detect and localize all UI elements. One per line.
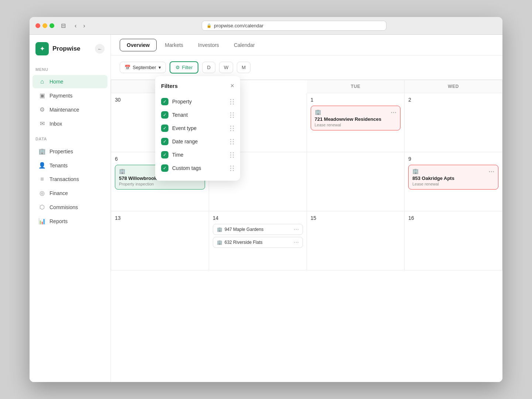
filter-button[interactable]: ⚙ Filter — [170, 61, 199, 74]
sidebar-item-maintenance[interactable]: ⚙ Maintenance — [33, 103, 108, 116]
back-button[interactable]: ‹ — [72, 22, 79, 30]
sidebar-label-properties: Properties — [50, 149, 73, 154]
view-week-button[interactable]: W — [219, 62, 233, 73]
sidebar-item-home[interactable]: ⌂ Home — [33, 75, 108, 88]
sidebar-item-finance[interactable]: ◎ Finance — [33, 186, 108, 200]
sidebar-item-transactions[interactable]: ≡ Transactions — [33, 173, 108, 186]
building-icon-willowbrook: 🏢 — [119, 168, 125, 174]
cal-cell-15: 15 — [307, 211, 405, 270]
event-card-meadowview[interactable]: 🏢 ⋯ 721 Meadowview Residences Lease rene… — [311, 106, 401, 130]
sidebar: ✦ Propwise ← MENU ⌂ Home ▣ Payments ⚙ Ma… — [30, 35, 111, 382]
filter-close-button[interactable]: × — [230, 82, 234, 90]
drag-handle-date-range[interactable] — [230, 139, 234, 144]
drag-handle-property[interactable] — [230, 99, 234, 105]
event-card-oakridge[interactable]: 🏢 ⋯ 853 Oakridge Apts Lease renewal — [408, 165, 498, 190]
filter-title: Filters — [161, 83, 178, 89]
event-row-riverside[interactable]: 🏢 632 Riverside Flats ⋯ — [213, 237, 303, 248]
drag-handle-time[interactable] — [230, 152, 234, 158]
maximize-traffic-light[interactable] — [50, 23, 54, 28]
drag-handle-tenant[interactable] — [230, 112, 234, 118]
sidebar-label-transactions: Transactions — [50, 176, 79, 182]
calendar-week-3: 13 14 🏢 947 Maple Gardens ⋯ 🏢 632 — [111, 211, 502, 270]
home-icon: ⌂ — [38, 78, 46, 85]
filter-icon: ⚙ — [175, 65, 180, 70]
event-title-meadowview: 721 Meadowview Residences — [315, 116, 397, 122]
sidebar-label-payments: Payments — [50, 93, 72, 99]
minimize-traffic-light[interactable] — [42, 23, 47, 28]
menu-section-label: MENU — [30, 61, 110, 75]
cal-cell-8 — [307, 152, 405, 211]
sidebar-label-finance: Finance — [50, 190, 68, 196]
event-title-riverside: 632 Riverside Flats — [225, 240, 291, 245]
address-bar[interactable]: 🔒 propwise.com/calendar — [202, 21, 386, 31]
event-sub-oakridge: Lease renewal — [412, 182, 494, 186]
sidebar-item-properties[interactable]: 🏢 Properties — [33, 144, 108, 158]
event-sub-meadowview: Lease renewal — [315, 123, 397, 127]
view-month-button[interactable]: M — [237, 62, 250, 73]
header-tue: TUE — [307, 80, 405, 93]
filter-item-time: ✓ Time — [161, 148, 234, 161]
forward-button[interactable]: › — [81, 22, 87, 30]
view-day-button[interactable]: D — [202, 62, 215, 73]
event-header-meadowview: 🏢 ⋯ — [315, 109, 397, 116]
cal-cell-16: 16 — [405, 211, 502, 270]
sidebar-toggle-btn[interactable]: ⊟ — [59, 21, 68, 30]
drag-handle-event-type[interactable] — [230, 126, 234, 131]
payments-icon: ▣ — [38, 92, 46, 99]
checkbox-time[interactable]: ✓ — [161, 151, 168, 158]
event-menu-meadowview[interactable]: ⋯ — [391, 109, 396, 116]
sidebar-back-button[interactable]: ← — [95, 44, 105, 54]
event-row-maple[interactable]: 🏢 947 Maple Gardens ⋯ — [213, 224, 303, 235]
maintenance-icon: ⚙ — [38, 106, 46, 113]
sidebar-item-tenants[interactable]: 👤 Tenants — [33, 158, 108, 172]
event-menu-maple[interactable]: ⋯ — [294, 226, 299, 232]
day-number-16: 16 — [408, 215, 498, 221]
event-menu-riverside[interactable]: ⋯ — [294, 239, 299, 245]
reports-icon: 📊 — [38, 218, 46, 225]
sidebar-logo: ✦ Propwise ← — [30, 41, 110, 61]
tab-overview[interactable]: Overview — [120, 39, 157, 51]
data-section-label: DATA — [30, 131, 110, 144]
calendar-icon: 📅 — [125, 65, 130, 70]
filter-item-event-type: ✓ Event type — [161, 122, 234, 135]
checkbox-custom-tags[interactable]: ✓ — [161, 164, 168, 172]
browser-window: ⊟ ‹ › 🔒 propwise.com/calendar ✦ Propwise… — [30, 17, 502, 382]
day-number-2: 2 — [408, 97, 498, 103]
month-selector[interactable]: 📅 September ▾ — [120, 62, 166, 73]
day-number-14: 14 — [213, 215, 303, 221]
tab-investors[interactable]: Investors — [191, 39, 226, 51]
url-text: propwise.com/calendar — [214, 23, 263, 28]
tab-markets[interactable]: Markets — [158, 39, 190, 51]
drag-handle-custom-tags[interactable] — [230, 166, 234, 171]
cal-cell-2: 2 — [405, 93, 502, 152]
app-layout: ✦ Propwise ← MENU ⌂ Home ▣ Payments ⚙ Ma… — [30, 35, 502, 382]
checkbox-event-type[interactable]: ✓ — [161, 125, 168, 132]
building-icon-oakridge: 🏢 — [412, 168, 419, 174]
cal-cell-1: 1 🏢 ⋯ 721 Meadowview Residences Lease re… — [307, 93, 405, 152]
filter-label-property: Property — [172, 99, 192, 105]
checkbox-property[interactable]: ✓ — [161, 98, 168, 105]
checkbox-date-range[interactable]: ✓ — [161, 138, 168, 145]
sidebar-item-reports[interactable]: 📊 Reports — [33, 214, 108, 228]
day-number-1: 1 — [311, 97, 401, 103]
chevron-down-icon: ▾ — [158, 65, 161, 70]
filter-label-custom-tags: Custom tags — [172, 165, 201, 171]
commisions-icon: ⬡ — [38, 204, 46, 211]
browser-chrome: ⊟ ‹ › 🔒 propwise.com/calendar — [30, 17, 502, 35]
sidebar-label-reports: Reports — [50, 218, 68, 224]
checkbox-tenant[interactable]: ✓ — [161, 111, 168, 119]
sidebar-label-inbox: Inbox — [50, 121, 62, 127]
tab-calendar[interactable]: Calendar — [227, 39, 262, 51]
cal-cell-13: 13 — [111, 211, 209, 270]
tenants-icon: 👤 — [38, 162, 46, 169]
sidebar-item-inbox[interactable]: ✉ Inbox — [33, 117, 108, 130]
sidebar-item-payments[interactable]: ▣ Payments — [33, 89, 108, 102]
event-menu-oakridge[interactable]: ⋯ — [488, 168, 494, 175]
building-icon-meadowview: 🏢 — [315, 109, 321, 115]
event-title-maple: 947 Maple Gardens — [225, 227, 291, 232]
sidebar-item-commisions[interactable]: ⬡ Commisions — [33, 200, 108, 214]
transactions-icon: ≡ — [38, 176, 46, 183]
close-traffic-light[interactable] — [35, 23, 40, 28]
main-content: Overview Markets Investors Calendar 📅 Se… — [111, 35, 502, 382]
day-number-15: 15 — [311, 215, 401, 221]
